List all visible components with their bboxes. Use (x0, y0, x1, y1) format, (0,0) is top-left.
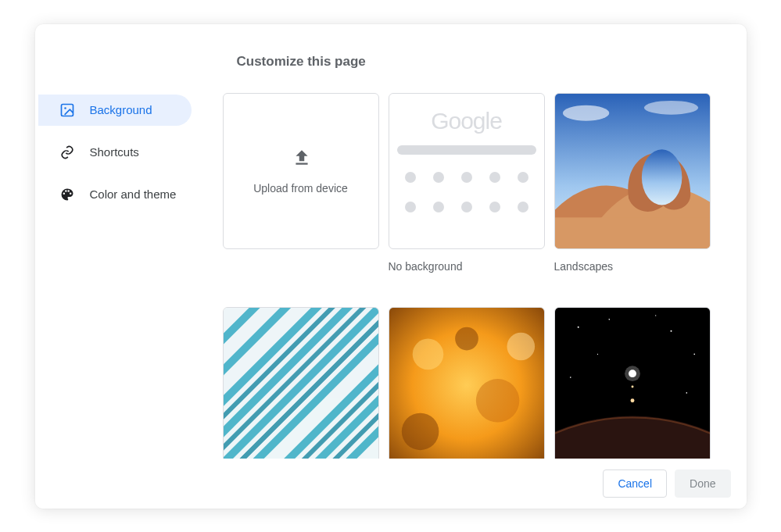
svg-point-20 (596, 353, 597, 354)
cancel-button[interactable]: Cancel (603, 470, 667, 498)
svg-point-5 (641, 149, 681, 205)
main-panel: Customize this page Upload from device (223, 24, 747, 459)
customize-dialog: Background Shortcuts Color and theme (35, 24, 747, 509)
svg-point-17 (670, 330, 672, 331)
svg-point-21 (655, 315, 656, 316)
sidebar-item-label: Shortcuts (90, 145, 139, 159)
svg-point-16 (608, 319, 610, 320)
upload-label: Upload from device (253, 182, 348, 195)
tile-category-3[interactable] (554, 307, 711, 459)
tile-grid: Upload from device Google No back (223, 93, 736, 459)
svg-point-3 (562, 105, 608, 120)
landscapes-thumb (554, 93, 711, 249)
svg-point-19 (570, 377, 571, 378)
tile-category-2[interactable] (389, 307, 545, 459)
tile-grid-scroll[interactable]: Upload from device Google No back (223, 93, 747, 459)
svg-point-1 (64, 107, 66, 109)
background-icon (59, 102, 76, 119)
shortcut-dots-placeholder (405, 172, 528, 212)
tile-label: Landscapes (554, 260, 711, 273)
page-title: Customize this page (237, 54, 747, 70)
svg-rect-6 (555, 217, 710, 248)
category-3-thumb (554, 307, 711, 459)
svg-point-12 (401, 412, 439, 450)
dialog-footer: Cancel Done (35, 459, 747, 509)
tile-landscapes[interactable]: Landscapes (554, 93, 711, 273)
svg-point-18 (693, 353, 695, 355)
svg-point-10 (475, 379, 518, 422)
svg-point-15 (577, 326, 579, 327)
google-logo-placeholder: Google (431, 108, 502, 134)
svg-point-11 (455, 327, 478, 350)
svg-point-28 (631, 385, 633, 387)
tile-label: No background (389, 260, 545, 273)
svg-point-27 (630, 398, 634, 402)
sidebar-item-label: Background (90, 103, 152, 116)
sidebar: Background Shortcuts Color and theme (35, 24, 223, 459)
tile-upload[interactable]: Upload from device (223, 93, 379, 273)
upload-box: Upload from device (223, 93, 379, 249)
svg-point-26 (625, 366, 640, 381)
svg-point-9 (412, 338, 443, 370)
palette-icon (59, 186, 76, 203)
svg-point-13 (507, 332, 535, 360)
sidebar-item-shortcuts[interactable]: Shortcuts (38, 137, 192, 168)
done-button[interactable]: Done (675, 470, 730, 498)
sidebar-item-color-theme[interactable]: Color and theme (38, 179, 192, 210)
sidebar-item-label: Color and theme (90, 187, 177, 201)
category-1-thumb (223, 307, 379, 459)
tile-no-background[interactable]: Google No background (389, 93, 545, 273)
search-bar-placeholder (397, 145, 536, 155)
category-2-thumb (389, 307, 545, 459)
link-icon (59, 144, 76, 161)
sidebar-item-background[interactable]: Background (38, 95, 192, 126)
tile-category-1[interactable] (223, 307, 379, 459)
no-background-box: Google (389, 93, 545, 249)
svg-point-22 (686, 392, 687, 394)
svg-point-4 (643, 100, 697, 114)
dialog-body: Background Shortcuts Color and theme (35, 24, 747, 459)
upload-icon (292, 148, 310, 166)
